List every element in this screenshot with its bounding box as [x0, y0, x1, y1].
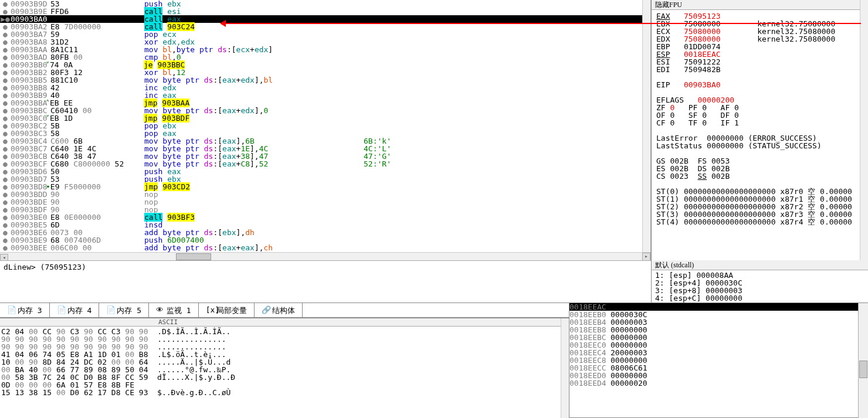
callconv-body: 1: [esp] 000008AA2: [esp+4] 0000030C3: […: [652, 270, 868, 303]
disasm-row[interactable]: ●00903BE5 6Dinsd: [0, 221, 650, 229]
disasm-row[interactable]: ●00903BB8 42inc edx: [0, 84, 650, 91]
disasm-row[interactable]: ●00903BC7 C640 1E 4Cmov byte ptr ds:[eax…: [0, 145, 650, 152]
register-line[interactable]: CS 0023 SS 002B: [656, 172, 863, 180]
disasm-row[interactable]: ●00903BCF C680 C8000000 52mov byte ptr d…: [0, 160, 650, 168]
register-line[interactable]: EDI 7509482B: [656, 66, 863, 73]
disasm-row[interactable]: ●00903BA8 31D2xor edx,edx: [0, 38, 650, 46]
disasm-row[interactable]: ●00903BD6 50push eax: [0, 168, 650, 175]
tab-icon: 🔗: [262, 306, 270, 314]
register-line[interactable]: EIP 00903BA0: [656, 81, 863, 89]
regs-scrollbar[interactable]: [860, 0, 868, 260]
tab-icon: 👁: [156, 306, 164, 314]
tab-内存 4[interactable]: 📄内存 4: [50, 303, 100, 317]
disasm-row[interactable]: ●00903B9D 53push ebx: [0, 0, 650, 8]
tab-label: 内存 5: [117, 307, 141, 314]
disasm-row[interactable]: ●00903BC2 5Bpop ebx: [0, 122, 650, 130]
callconv-line: 4: [esp+C] 00000000: [655, 294, 864, 302]
disasm-row[interactable]: ●00903BAD 80FB 00cmp bl,0: [0, 53, 650, 61]
disasm-row[interactable]: ●00903BBC C60410 00mov byte ptr ds:[eax+…: [0, 107, 650, 114]
tab-内存 5[interactable]: 📄内存 5: [99, 303, 149, 317]
disassembly-panel[interactable]: ●00903B9D 53push ebx●00903B9E FFD6call e…: [0, 0, 651, 260]
register-line[interactable]: CF 0 TF 0 IF 1: [656, 119, 863, 127]
stack-scroll-thumb[interactable]: [859, 361, 867, 378]
tab-icon: 📄: [57, 306, 65, 314]
stack-row[interactable]: 0018EED4 00000020: [569, 379, 858, 387]
memory-dump-panel[interactable]: ASCII C2 04 00 CC 90 C3 90 CC C3 90 90 .…: [0, 318, 569, 418]
disasm-row[interactable]: ●00903BB5 881C10mov byte ptr ds:[eax+edx…: [0, 76, 650, 84]
tab-label: 内存 4: [67, 307, 92, 314]
tab-icon: 📄: [7, 306, 15, 314]
scroll-thumb[interactable]: [176, 253, 211, 260]
dump-row[interactable]: 15 13 38 15 00 D0 62 17 D8 CE 93 $..Ðvè.…: [1, 389, 568, 396]
tab-结构体[interactable]: 🔗结构体: [255, 303, 303, 317]
disasm-row[interactable]: ●00903BE9 68 0074006Dpush 6D007400: [0, 236, 650, 244]
tab-label: 局部变量: [216, 307, 247, 314]
disasm-row[interactable]: ●00903BEE 006C00 00add byte ptr ds:[eax+…: [0, 244, 650, 252]
dump-rows[interactable]: C2 04 00 CC 90 C3 90 CC C3 90 90 .D$.ÌÃ.…: [0, 327, 569, 397]
register-line[interactable]: ST(4) 00000000000000000000 x87r4 空 0.000…: [656, 218, 863, 226]
disasm-row[interactable]: ●00903B9E FFD6call esi: [0, 8, 650, 15]
disasm-row[interactable]: ●00903BE0 E8 0E000000call 903BF3: [0, 213, 650, 221]
disasm-row[interactable]: ●00903BDE 90nop: [0, 198, 650, 206]
stack-scrollbar[interactable]: [858, 303, 868, 418]
stack-panel[interactable]: 0018EEAC 000008AA0018EEB0 0000030C0018EE…: [569, 303, 858, 418]
tab-label: 监视 1: [167, 307, 191, 314]
disasm-row[interactable]: ●00903BB2 80F3 12xor bl,12: [0, 69, 650, 76]
tab-label: 结构体: [272, 307, 295, 314]
dump-ascii-header: ASCII: [0, 318, 569, 327]
bottom-tabs[interactable]: 📄内存 3📄内存 4📄内存 5👁监视 1[x]局部变量🔗结构体: [0, 303, 569, 318]
tab-icon: [x]: [206, 306, 214, 314]
register-line[interactable]: LastStatus 00000000 (STATUS_SUCCESS): [656, 142, 863, 149]
disasm-row[interactable]: ●00903BBA˄ EB EEjmp 903BAA: [0, 99, 650, 107]
callconv-header[interactable]: 默认 (stdcall): [652, 260, 868, 270]
disasm-row[interactable]: ●00903BAA 8A1C11mov bl,byte ptr ds:[ecx+…: [0, 46, 650, 53]
tab-内存 3[interactable]: 📄内存 3: [0, 303, 50, 317]
disasm-row[interactable]: ●00903BC3 58pop eax: [0, 130, 650, 137]
eip-arrow: [222, 23, 861, 24]
disasm-row[interactable]: ●00903BA7 59pop ecx: [0, 30, 650, 38]
disasm-row[interactable]: ●00903BD8• E9 F5000000jmp 903CD2: [0, 183, 650, 191]
tab-监视 1[interactable]: 👁监视 1: [149, 303, 199, 317]
tab-label: 内存 3: [18, 307, 42, 314]
disasm-row[interactable]: ●00903BC4 C600 6Bmov byte ptr ds:[eax],6…: [0, 137, 650, 145]
registers-panel[interactable]: 隐藏FPU EAX 75095123 EBX 75080000 kernel32…: [651, 0, 868, 260]
vertical-scrollbar[interactable]: [642, 0, 650, 252]
scroll-right-button[interactable]: ▸: [642, 253, 650, 261]
registers-header[interactable]: 隐藏FPU: [652, 0, 868, 10]
disasm-row[interactable]: ●00903BB0˅ 74 0Aje 903BBC: [0, 61, 650, 69]
disasm-row[interactable]: ●00903BC0˅ EB 1Djmp 903BDF: [0, 114, 650, 122]
registers-body[interactable]: EAX 75095123 EBX 75080000 kernel32.75080…: [652, 10, 868, 228]
disasm-row[interactable]: ●00903BB9 40inc eax: [0, 91, 650, 99]
info-line: dLinew> (75095123): [0, 260, 651, 303]
callconv-panel[interactable]: 默认 (stdcall) 1: [esp] 000008AA2: [esp+4]…: [651, 260, 868, 303]
disasm-row[interactable]: ●00903BDD 90nop: [0, 191, 650, 198]
horizontal-scrollbar[interactable]: ◂ ▸: [0, 252, 650, 260]
dump-scrollbar[interactable]: [561, 318, 569, 418]
tab-局部变量[interactable]: [x]局部变量: [199, 303, 255, 317]
tab-icon: 📄: [106, 306, 114, 314]
